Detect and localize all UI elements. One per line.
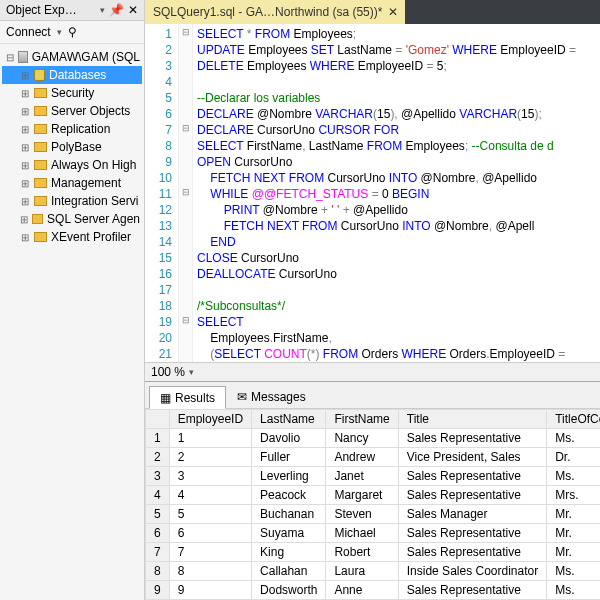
cell[interactable]: Sales Representative xyxy=(398,486,546,505)
cell[interactable]: 2 xyxy=(146,448,170,467)
cell[interactable]: 1 xyxy=(169,429,251,448)
table-row[interactable]: 66SuyamaMichaelSales RepresentativeMr.19 xyxy=(146,524,601,543)
server-node[interactable]: ⊟ GAMAW\GAM (SQL xyxy=(2,48,142,66)
code-line[interactable]: --Declarar los variables xyxy=(197,90,596,106)
cell[interactable]: 3 xyxy=(169,467,251,486)
tree-node[interactable]: ⊞XEvent Profiler xyxy=(2,228,142,246)
zoom-value[interactable]: 100 % xyxy=(151,365,185,379)
column-header[interactable] xyxy=(146,410,170,429)
code-line[interactable]: SELECT * FROM Employees; xyxy=(197,26,596,42)
cell[interactable]: 9 xyxy=(146,581,170,600)
tree-node[interactable]: ⊞Management xyxy=(2,174,142,192)
cell[interactable]: Dodsworth xyxy=(252,581,326,600)
expand-icon[interactable]: ⊞ xyxy=(20,70,30,81)
code-editor[interactable]: 12345678910111213141516171819202122 ⊟⊟⊟⊟… xyxy=(145,24,600,362)
cell[interactable]: 6 xyxy=(169,524,251,543)
cell[interactable]: 7 xyxy=(146,543,170,562)
column-header[interactable]: LastName xyxy=(252,410,326,429)
code-line[interactable]: WHILE @@FETCH_STATUS = 0 BEGIN xyxy=(197,186,596,202)
code-line[interactable]: DELETE Employees WHERE EmployeeID = 5; xyxy=(197,58,596,74)
table-row[interactable]: 44PeacockMargaretSales RepresentativeMrs… xyxy=(146,486,601,505)
connect-dropdown-icon[interactable]: ▾ xyxy=(57,27,62,37)
cell[interactable]: Sales Representative xyxy=(398,543,546,562)
code-line[interactable] xyxy=(197,74,596,90)
tree-node[interactable]: ⊞Server Objects xyxy=(2,102,142,120)
code-line[interactable]: DECLARE @Nombre VARCHAR(15), @Apellido V… xyxy=(197,106,596,122)
cell[interactable]: 5 xyxy=(146,505,170,524)
connect-button[interactable]: Connect xyxy=(6,25,51,39)
cell[interactable]: 7 xyxy=(169,543,251,562)
dropdown-icon[interactable]: ▾ xyxy=(100,5,105,15)
table-row[interactable]: 99DodsworthAnneSales RepresentativeMs.19 xyxy=(146,581,601,600)
cell[interactable]: Ms. xyxy=(547,562,600,581)
cell[interactable]: Vice President, Sales xyxy=(398,448,546,467)
tree-node[interactable]: ⊞Always On High xyxy=(2,156,142,174)
tree-node[interactable]: ⊞Security xyxy=(2,84,142,102)
tree-node[interactable]: ⊞SQL Server Agen xyxy=(2,210,142,228)
cell[interactable]: Janet xyxy=(326,467,398,486)
cell[interactable]: 1 xyxy=(146,429,170,448)
cell[interactable]: Callahan xyxy=(252,562,326,581)
cell[interactable]: Sales Manager xyxy=(398,505,546,524)
messages-tab[interactable]: ✉ Messages xyxy=(226,386,317,408)
cell[interactable]: Sales Representative xyxy=(398,581,546,600)
code-area[interactable]: SELECT * FROM Employees;UPDATE Employees… xyxy=(193,24,600,362)
column-header[interactable]: FirstName xyxy=(326,410,398,429)
code-line[interactable]: DECLARE CursorUno CURSOR FOR xyxy=(197,122,596,138)
editor-tab[interactable]: SQLQuery1.sql - GA…Northwind (sa (55))* … xyxy=(145,0,405,24)
cell[interactable]: 4 xyxy=(146,486,170,505)
cell[interactable]: Andrew xyxy=(326,448,398,467)
expand-icon[interactable]: ⊞ xyxy=(20,232,30,243)
pin-icon[interactable]: 📌 xyxy=(109,3,124,17)
code-line[interactable]: UPDATE Employees SET LastName = 'Gomez' … xyxy=(197,42,596,58)
table-row[interactable]: 77KingRobertSales RepresentativeMr.19 xyxy=(146,543,601,562)
cell[interactable]: 9 xyxy=(169,581,251,600)
connect-plug-icon[interactable]: ⚲ xyxy=(68,25,77,39)
cell[interactable]: Mr. xyxy=(547,543,600,562)
column-header[interactable]: EmployeeID xyxy=(169,410,251,429)
expand-icon[interactable]: ⊞ xyxy=(20,88,30,99)
cell[interactable]: Suyama xyxy=(252,524,326,543)
cell[interactable]: Mr. xyxy=(547,524,600,543)
cell[interactable]: King xyxy=(252,543,326,562)
tree-node[interactable]: ⊞PolyBase xyxy=(2,138,142,156)
expand-icon[interactable]: ⊞ xyxy=(20,106,30,117)
cell[interactable]: 4 xyxy=(169,486,251,505)
cell[interactable]: Ms. xyxy=(547,429,600,448)
table-row[interactable]: 33LeverlingJanetSales RepresentativeMs.1… xyxy=(146,467,601,486)
expand-icon[interactable]: ⊞ xyxy=(20,214,28,225)
expand-icon[interactable]: ⊞ xyxy=(20,160,30,171)
cell[interactable]: Laura xyxy=(326,562,398,581)
table-row[interactable]: 11DavolioNancySales RepresentativeMs.19 xyxy=(146,429,601,448)
tree-node[interactable]: ⊞Integration Servi xyxy=(2,192,142,210)
cell[interactable]: Sales Representative xyxy=(398,524,546,543)
zoom-dropdown-icon[interactable]: ▾ xyxy=(189,367,194,377)
cell[interactable]: Ms. xyxy=(547,467,600,486)
tree-node[interactable]: ⊞Replication xyxy=(2,120,142,138)
code-line[interactable]: PRINT @Nombre + ' ' + @Apellido xyxy=(197,202,596,218)
code-line[interactable]: CLOSE CursorUno xyxy=(197,250,596,266)
code-line[interactable]: (SELECT COUNT(*) FROM Orders WHERE Order… xyxy=(197,346,596,362)
cell[interactable]: Nancy xyxy=(326,429,398,448)
table-row[interactable]: 22FullerAndrewVice President, SalesDr.19 xyxy=(146,448,601,467)
code-line[interactable]: SELECT xyxy=(197,314,596,330)
fold-marker[interactable]: ⊟ xyxy=(179,120,192,136)
expand-icon[interactable]: ⊞ xyxy=(20,142,30,153)
cell[interactable]: Fuller xyxy=(252,448,326,467)
table-row[interactable]: 88CallahanLauraInside Sales CoordinatorM… xyxy=(146,562,601,581)
cell[interactable]: 2 xyxy=(169,448,251,467)
cell[interactable]: Michael xyxy=(326,524,398,543)
code-line[interactable]: DEALLOCATE CursorUno xyxy=(197,266,596,282)
cell[interactable]: Sales Representative xyxy=(398,467,546,486)
expand-icon[interactable]: ⊟ xyxy=(6,52,14,63)
code-line[interactable]: FETCH NEXT FROM CursorUno INTO @Nombre, … xyxy=(197,218,596,234)
results-grid[interactable]: EmployeeIDLastNameFirstNameTitleTitleOfC… xyxy=(145,409,600,600)
cell[interactable]: 5 xyxy=(169,505,251,524)
code-line[interactable]: /*Subconsultas*/ xyxy=(197,298,596,314)
expand-icon[interactable]: ⊞ xyxy=(20,178,30,189)
fold-marker[interactable]: ⊟ xyxy=(179,312,192,328)
cell[interactable]: 6 xyxy=(146,524,170,543)
cell[interactable]: Davolio xyxy=(252,429,326,448)
fold-marker[interactable]: ⊟ xyxy=(179,24,192,40)
fold-marker[interactable]: ⊟ xyxy=(179,184,192,200)
